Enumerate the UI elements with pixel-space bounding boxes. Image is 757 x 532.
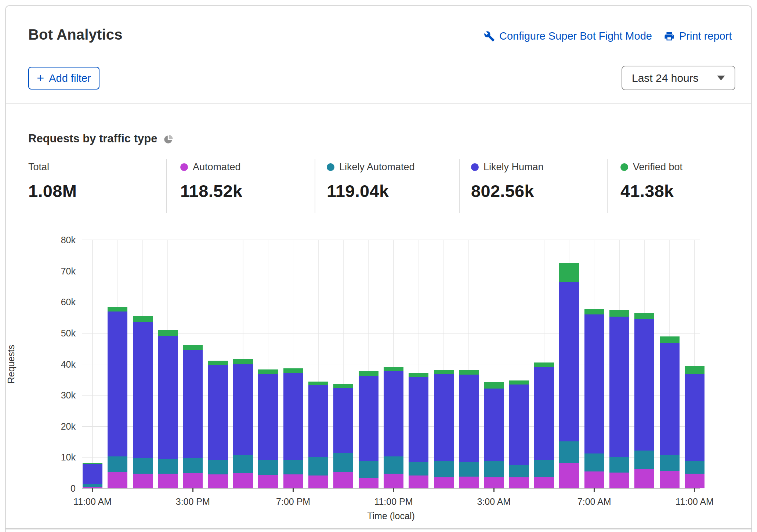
bar-segment-likely-human-11[interactable] [359,376,378,461]
bar-segment-automated-20[interactable] [584,471,604,488]
bar-segment-verified-bot-10[interactable] [333,384,353,388]
bar-segment-likely-human-20[interactable] [584,314,604,453]
bar-segment-likely-automated-13[interactable] [409,462,428,475]
bar-segment-likely-automated-6[interactable] [233,455,253,473]
bar-segment-likely-human-6[interactable] [233,364,253,455]
bar-segment-automated-15[interactable] [459,477,479,488]
bar-segment-likely-automated-18[interactable] [534,460,554,477]
bar-segment-verified-bot-8[interactable] [283,368,303,374]
bar-segment-automated-21[interactable] [609,473,629,488]
bar-segment-likely-automated-1[interactable] [108,456,127,472]
bar-segment-likely-automated-24[interactable] [685,461,705,474]
bar-segment-likely-automated-10[interactable] [333,453,353,472]
bar-segment-likely-human-18[interactable] [534,367,554,460]
bar-segment-likely-human-5[interactable] [208,365,228,460]
bar-segment-automated-19[interactable] [559,463,579,488]
bar-segment-automated-22[interactable] [634,469,654,488]
bar-segment-verified-bot-9[interactable] [308,382,328,385]
bar-segment-likely-automated-19[interactable] [559,441,579,463]
bar-segment-likely-human-14[interactable] [434,374,454,461]
bar-segment-automated-7[interactable] [258,475,278,488]
bar-segment-verified-bot-20[interactable] [584,309,604,314]
bar-segment-verified-bot-6[interactable] [233,359,253,364]
bar-segment-likely-human-15[interactable] [459,375,479,462]
bar-segment-verified-bot-17[interactable] [509,380,529,385]
bar-segment-verified-bot-3[interactable] [158,330,178,336]
bar-segment-likely-automated-22[interactable] [634,451,654,469]
bar-segment-likely-human-4[interactable] [183,350,203,458]
bar-segment-automated-1[interactable] [108,472,127,488]
bar-segment-automated-12[interactable] [384,474,403,488]
bar-segment-likely-human-21[interactable] [609,317,629,457]
bar-segment-verified-bot-0[interactable] [83,463,102,464]
bar-segment-likely-human-3[interactable] [158,336,178,459]
bar-segment-verified-bot-5[interactable] [208,361,228,365]
bar-segment-likely-automated-16[interactable] [484,461,504,477]
bar-segment-verified-bot-22[interactable] [634,313,654,319]
bar-segment-likely-human-22[interactable] [634,319,654,451]
bar-segment-verified-bot-11[interactable] [359,371,378,376]
bar-segment-verified-bot-24[interactable] [685,366,705,374]
add-filter-button[interactable]: + Add filter [28,67,99,90]
bar-segment-verified-bot-12[interactable] [384,367,403,371]
bar-segment-verified-bot-19[interactable] [559,263,579,282]
print-report-link[interactable]: Print report [664,30,732,42]
bar-segment-verified-bot-7[interactable] [258,369,278,374]
bar-segment-verified-bot-21[interactable] [609,310,629,317]
bar-segment-likely-automated-11[interactable] [359,461,378,478]
bar-segment-likely-automated-20[interactable] [584,453,604,471]
bar-segment-likely-automated-7[interactable] [258,460,278,475]
bar-segment-verified-bot-18[interactable] [534,362,554,367]
configure-super-bot-fight-mode-link[interactable]: Configure Super Bot Fight Mode [484,30,652,42]
bar-segment-automated-23[interactable] [660,471,680,488]
bar-segment-automated-16[interactable] [484,477,504,488]
bar-segment-verified-bot-15[interactable] [459,370,479,375]
bar-segment-likely-human-7[interactable] [258,374,278,460]
bar-segment-automated-2[interactable] [133,474,153,488]
bar-segment-likely-automated-2[interactable] [133,458,153,474]
bar-segment-verified-bot-4[interactable] [183,345,203,350]
bar-segment-likely-automated-4[interactable] [183,458,203,473]
bar-segment-likely-automated-5[interactable] [208,460,228,474]
bar-segment-automated-11[interactable] [359,478,378,488]
bar-segment-likely-automated-0[interactable] [83,484,102,487]
bar-segment-automated-3[interactable] [158,474,178,488]
bar-segment-automated-5[interactable] [208,474,228,488]
bar-segment-likely-automated-17[interactable] [509,465,529,477]
bar-segment-likely-human-10[interactable] [333,388,353,453]
bar-segment-likely-automated-3[interactable] [158,459,178,474]
bar-segment-automated-24[interactable] [685,474,705,488]
bar-segment-verified-bot-14[interactable] [434,370,454,374]
bar-segment-likely-automated-14[interactable] [434,461,454,477]
bar-segment-likely-automated-8[interactable] [283,460,303,474]
bar-segment-automated-14[interactable] [434,477,454,488]
bar-segment-likely-automated-23[interactable] [660,455,680,471]
bar-segment-likely-human-9[interactable] [308,385,328,457]
bar-segment-likely-automated-15[interactable] [459,462,479,477]
bar-segment-automated-4[interactable] [183,473,203,488]
bar-segment-automated-8[interactable] [283,474,303,488]
bar-segment-automated-6[interactable] [233,473,253,488]
bar-segment-automated-13[interactable] [409,475,428,488]
bar-segment-likely-automated-21[interactable] [609,457,629,473]
bar-segment-likely-human-13[interactable] [409,377,428,462]
bar-segment-likely-human-17[interactable] [509,385,529,464]
bar-segment-likely-human-16[interactable] [484,389,504,461]
bar-segment-likely-human-1[interactable] [108,311,127,456]
bar-segment-likely-human-12[interactable] [384,371,403,456]
bar-segment-likely-human-0[interactable] [83,464,102,484]
bar-segment-likely-human-2[interactable] [133,322,153,458]
bar-segment-likely-human-23[interactable] [660,343,680,455]
bar-segment-verified-bot-2[interactable] [133,316,153,321]
bar-segment-automated-10[interactable] [333,472,353,488]
bar-segment-automated-17[interactable] [509,477,529,488]
bar-segment-verified-bot-1[interactable] [108,307,127,311]
bar-segment-likely-automated-9[interactable] [308,457,328,475]
time-range-dropdown[interactable]: Last 24 hours [622,66,735,90]
bar-segment-likely-human-24[interactable] [685,374,705,461]
bar-segment-likely-human-8[interactable] [283,373,303,460]
bar-segment-verified-bot-23[interactable] [660,336,680,343]
bar-segment-likely-human-19[interactable] [559,282,579,441]
bar-segment-verified-bot-13[interactable] [409,373,428,377]
bar-segment-automated-9[interactable] [308,475,328,488]
